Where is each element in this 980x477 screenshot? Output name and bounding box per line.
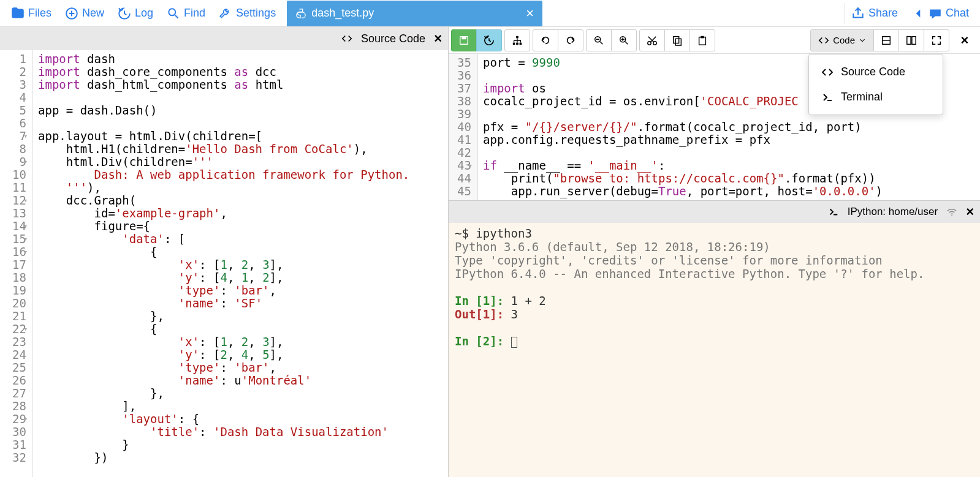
top-toolbar: Files New Log Find Settings dash_test.py…: [0, 0, 980, 27]
terminal-line: In [1]: 1 + 2: [455, 294, 974, 307]
tab-close-button[interactable]: ×: [379, 6, 534, 21]
chat-label: Chat: [946, 7, 969, 20]
disk-icon: [881, 35, 892, 46]
cut-button[interactable]: [639, 29, 665, 51]
code-icon: [341, 33, 352, 44]
right-pane: Code × Source Code Terminal 353637383940…: [449, 27, 980, 477]
dropdown-item-label: Terminal: [841, 91, 883, 103]
log-button[interactable]: Log: [112, 3, 159, 24]
code-icon: [821, 66, 834, 78]
redo-button[interactable]: [558, 29, 583, 51]
left-code[interactable]: import dashimport dash_core_components a…: [33, 50, 448, 477]
paste-icon: [697, 35, 708, 46]
save-button[interactable]: [451, 29, 477, 51]
terminal-line: ~$ ipython3: [455, 227, 974, 240]
terminal-line: Out[1]: 3: [455, 307, 974, 321]
python-icon: [295, 8, 306, 19]
left-pane-close[interactable]: ×: [434, 31, 442, 47]
split-icon: [906, 35, 917, 46]
right-toolbar-close[interactable]: ×: [952, 29, 978, 51]
terminal-line: [455, 321, 974, 334]
terminal-icon: [821, 91, 834, 103]
redo-icon: [565, 35, 576, 46]
terminal-line: Python 3.6.6 (default, Sep 12 2018, 18:2…: [455, 240, 974, 254]
toolbar-left: Files New Log Find Settings dash_test.py…: [0, 1, 542, 26]
zoom-in-icon: [618, 35, 629, 46]
cut-icon: [647, 35, 658, 46]
files-button[interactable]: Files: [5, 3, 58, 24]
save-icon: [458, 35, 469, 46]
chat-icon: [929, 7, 942, 20]
terminal-line: IPython 6.4.0 -- An enhanced Interactive…: [455, 267, 974, 280]
search-icon: [167, 7, 180, 20]
left-pane: Source Code × 12345678910111213141516171…: [0, 27, 449, 477]
terminal-icon: [828, 206, 839, 217]
code-dropdown-button[interactable]: Code: [810, 29, 874, 51]
split-button[interactable]: [898, 29, 924, 51]
toolbar-right: Share Chat: [845, 3, 980, 24]
code-label: Code: [833, 35, 855, 45]
share-button[interactable]: Share: [845, 3, 904, 24]
chat-button[interactable]: Chat: [905, 3, 975, 24]
main-area: Source Code × 12345678910111213141516171…: [0, 27, 980, 477]
zoom-out-button[interactable]: [586, 29, 612, 51]
file-tab[interactable]: dash_test.py ×: [287, 1, 542, 26]
expand-button[interactable]: [924, 29, 949, 51]
files-label: Files: [28, 7, 51, 20]
expand-icon: [931, 35, 942, 46]
wifi-icon: [946, 206, 957, 217]
zoom-out-icon: [593, 35, 604, 46]
sitemap-button[interactable]: [504, 29, 530, 51]
terminal-line: [455, 280, 974, 294]
share-icon: [851, 7, 865, 20]
left-editor[interactable]: 1234567891011121314151617181920212223242…: [0, 50, 448, 477]
plus-icon: [65, 7, 78, 20]
settings-label: Settings: [236, 7, 276, 20]
left-pane-header: Source Code ×: [0, 27, 448, 50]
right-gutter: 3536373839404142434445: [449, 54, 478, 200]
new-button[interactable]: New: [59, 3, 110, 24]
timetravel-button[interactable]: [476, 29, 502, 51]
undo-button[interactable]: [533, 29, 558, 51]
history-icon: [118, 7, 131, 20]
tab-filename: dash_test.py: [311, 7, 374, 20]
disk-button[interactable]: [873, 29, 899, 51]
dropdown-terminal[interactable]: Terminal: [809, 85, 943, 110]
find-button[interactable]: Find: [161, 3, 211, 24]
new-label: New: [82, 7, 104, 20]
paste-button[interactable]: [689, 29, 715, 51]
code-icon: [818, 35, 829, 46]
left-pane-title: Source Code: [361, 32, 425, 45]
zoom-in-button[interactable]: [611, 29, 637, 51]
right-toolbar: Code × Source Code Terminal: [449, 27, 980, 54]
left-gutter: 1234567891011121314151617181920212223242…: [0, 50, 33, 477]
terminal-cursor: [511, 337, 517, 348]
copy-button[interactable]: [664, 29, 690, 51]
find-label: Find: [184, 7, 205, 20]
log-label: Log: [135, 7, 153, 20]
wrench-icon: [219, 7, 232, 20]
folder-icon: [11, 7, 25, 20]
terminal-title: IPython: home/user: [848, 206, 938, 218]
terminal-close[interactable]: ×: [966, 204, 974, 220]
undo-icon: [540, 35, 551, 46]
terminal-line: Type 'copyright', 'credits' or 'license'…: [455, 254, 974, 267]
copy-icon: [672, 35, 683, 46]
history-icon: [484, 35, 495, 46]
caret-left-icon: [911, 7, 925, 20]
code-dropdown-menu: Source Code Terminal: [808, 54, 943, 115]
terminal-line: In [2]:: [455, 334, 974, 348]
settings-button[interactable]: Settings: [213, 3, 282, 24]
caret-down-icon: [859, 37, 866, 44]
share-label: Share: [868, 7, 898, 20]
terminal-header: IPython: home/user ×: [449, 201, 980, 223]
dropdown-source-code[interactable]: Source Code: [809, 59, 943, 85]
terminal-body[interactable]: ~$ ipython3 Python 3.6.6 (default, Sep 1…: [449, 223, 980, 477]
dropdown-item-label: Source Code: [841, 66, 905, 78]
sitemap-icon: [512, 35, 523, 46]
